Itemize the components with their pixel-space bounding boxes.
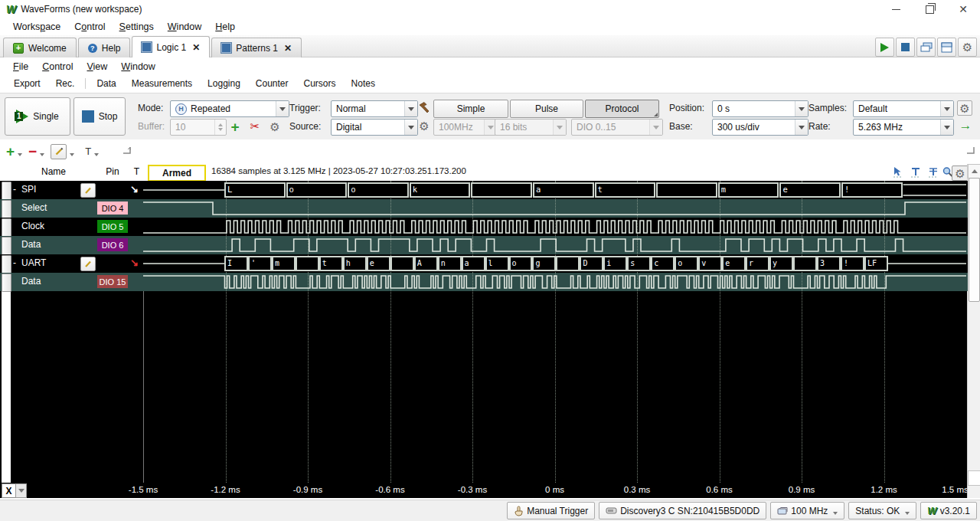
apply-rate-button[interactable]: →: [959, 119, 972, 133]
instrument-menu-control[interactable]: Control: [35, 60, 80, 74]
menubar-item-workspace[interactable]: Workspace: [6, 20, 67, 34]
column-header-pin[interactable]: Pin: [97, 166, 128, 177]
axis-channel-button[interactable]: X: [2, 483, 16, 498]
pin-badge[interactable]: DIO 5: [97, 220, 128, 233]
channel-row-handle[interactable]: [2, 182, 11, 200]
submenu-item-export[interactable]: Export: [6, 77, 48, 90]
channel-row-data-DIO6[interactable]: DataDIO 6: [0, 236, 143, 254]
add-channel-caret-icon[interactable]: [18, 153, 22, 156]
submenu-item-cursors[interactable]: Cursors: [296, 77, 344, 90]
status-button[interactable]: Status: OK: [848, 502, 916, 519]
y-cursor-button[interactable]: [926, 165, 941, 179]
channel-row-uart[interactable]: -UART↘: [0, 254, 143, 273]
x-cursor-button[interactable]: [908, 165, 923, 179]
tab-welcome[interactable]: +Welcome: [3, 38, 77, 57]
buffer-options-button[interactable]: ⚙: [268, 120, 282, 133]
tab-close-icon[interactable]: ✕: [284, 43, 292, 54]
channel-row-handle[interactable]: [2, 255, 11, 274]
mode-dropdown[interactable]: H Repeated: [170, 100, 289, 117]
restore-button[interactable]: [913, 0, 946, 18]
dock-corner-button[interactable]: [122, 146, 132, 157]
pin-badge[interactable]: DIO 15: [97, 275, 128, 288]
channel-row-data-DIO15[interactable]: DataDIO 15: [0, 273, 143, 291]
submenu-item-measurements[interactable]: Measurements: [124, 77, 200, 90]
channel-edit-button[interactable]: [80, 183, 96, 198]
trigger-arrow-icon-white[interactable]: ↘: [130, 183, 139, 195]
column-header-trigger[interactable]: T: [130, 166, 143, 177]
cascade-windows-button[interactable]: [916, 38, 936, 57]
position-dropdown[interactable]: 0 s: [712, 100, 808, 117]
channel-row-clock-DIO5[interactable]: ClockDIO 5: [0, 218, 143, 236]
spinner-arrows-icon[interactable]: [214, 120, 226, 135]
remove-channel-button[interactable]: −: [28, 144, 37, 159]
workspace-settings-button[interactable]: ⚙: [958, 38, 977, 57]
trigger-arrow-icon-red[interactable]: ↘: [130, 257, 139, 268]
stop-all-button[interactable]: [896, 38, 915, 57]
tab-logic-1[interactable]: Logic 1✕: [132, 36, 210, 57]
scrollbar-thumb[interactable]: [969, 178, 980, 302]
minimize-button[interactable]: [879, 0, 913, 18]
trigger-dropdown[interactable]: Normal: [331, 100, 418, 117]
trigger-pulse-button[interactable]: Pulse: [510, 100, 583, 118]
dock-corner-right-button[interactable]: [965, 146, 975, 157]
trigger-simple-button[interactable]: Simple: [433, 100, 508, 118]
column-header-name[interactable]: Name: [11, 166, 96, 177]
samples-options-button[interactable]: ⚙: [957, 100, 972, 116]
channel-row-handle[interactable]: [2, 218, 11, 237]
buffer-spinner[interactable]: 10: [170, 119, 227, 136]
menubar-item-control[interactable]: Control: [67, 20, 112, 34]
trigger-column-button[interactable]: T: [85, 146, 91, 157]
group-collapse-toggle[interactable]: -: [13, 257, 16, 268]
version-button[interactable]: W v3.20.1: [920, 502, 977, 519]
channel-row-handle[interactable]: [2, 274, 11, 292]
submenu-item-data[interactable]: Data: [89, 77, 123, 90]
scroll-up-button[interactable]: [968, 164, 980, 179]
submenu-item-rec[interactable]: Rec.: [48, 77, 83, 90]
cut-buffer-button[interactable]: ✂: [248, 120, 262, 133]
source-options-button[interactable]: ⚙: [417, 119, 431, 133]
trigger-column-caret-icon[interactable]: [94, 153, 99, 156]
axis-channel-caret[interactable]: [15, 483, 27, 498]
close-button[interactable]: ✕: [946, 0, 980, 18]
tab-help[interactable]: ?Help: [78, 38, 131, 57]
channel-row-spi[interactable]: -SPI↘: [0, 181, 143, 199]
menubar-item-help[interactable]: Help: [208, 20, 242, 34]
samples-dropdown[interactable]: Default: [853, 100, 954, 117]
pin-badge[interactable]: DIO 6: [97, 238, 128, 251]
manual-trigger-tool-button[interactable]: [417, 100, 431, 114]
stop-button[interactable]: Stop: [74, 97, 126, 136]
pin-badge[interactable]: DIO 4: [97, 202, 128, 215]
submenu-item-counter[interactable]: Counter: [248, 77, 296, 90]
add-channel-button[interactable]: +: [228, 120, 242, 133]
pointer-mode-button[interactable]: [890, 165, 906, 179]
trigger-position-marker[interactable]: [544, 166, 556, 179]
instrument-menu-file[interactable]: File: [6, 60, 35, 74]
remove-channel-caret-icon[interactable]: [40, 153, 44, 156]
device-button[interactable]: Discovery3 C SN:210415B5D0DD: [599, 502, 766, 519]
edit-channel-button[interactable]: [51, 144, 67, 159]
channel-row-select-DIO4[interactable]: SelectDIO 4: [0, 199, 143, 218]
edit-channel-caret-icon[interactable]: [70, 153, 74, 156]
base-dropdown[interactable]: 300 us/div: [712, 119, 808, 136]
tab-patterns-1[interactable]: Patterns 1✕: [211, 38, 302, 57]
tab-close-icon[interactable]: ✕: [192, 42, 200, 53]
submenu-item-logging[interactable]: Logging: [200, 77, 248, 90]
submenu-item-notes[interactable]: Notes: [344, 77, 383, 90]
channel-row-handle[interactable]: [2, 237, 11, 255]
source-dropdown[interactable]: Digital: [331, 119, 418, 136]
group-collapse-toggle[interactable]: -: [13, 184, 16, 195]
trigger-protocol-button[interactable]: Protocol: [585, 100, 659, 118]
rate-dropdown[interactable]: 5.263 MHz: [853, 119, 954, 136]
plot-settings-button[interactable]: ⚙: [952, 165, 969, 181]
channel-edit-button[interactable]: [80, 257, 96, 271]
instrument-menu-view[interactable]: View: [80, 60, 114, 74]
menubar-item-settings[interactable]: Settings: [113, 20, 161, 34]
manual-trigger-button[interactable]: Manual Trigger: [507, 502, 595, 519]
instrument-menu-window[interactable]: Window: [114, 60, 162, 74]
tile-windows-button[interactable]: [937, 38, 956, 57]
add-channel-button[interactable]: +: [6, 144, 15, 159]
menubar-item-window[interactable]: Window: [161, 20, 208, 34]
channel-row-handle[interactable]: [2, 200, 11, 218]
run-all-button[interactable]: [875, 38, 894, 57]
clock-frequency-button[interactable]: 100 MHz: [770, 502, 844, 519]
